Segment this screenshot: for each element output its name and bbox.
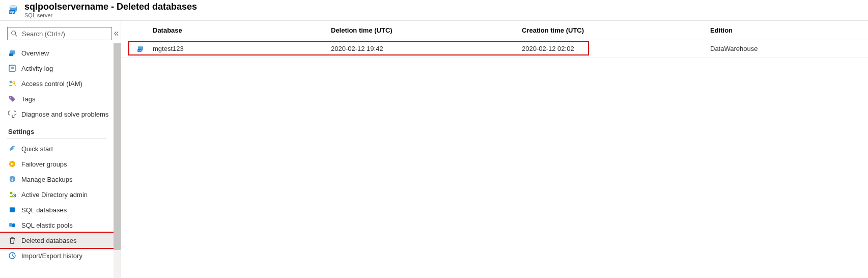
trash-icon xyxy=(8,236,16,244)
svg-point-1 xyxy=(10,6,17,8)
column-header-edition[interactable]: Edition xyxy=(710,26,861,34)
svg-point-18 xyxy=(10,192,13,194)
divider xyxy=(7,138,106,139)
sidebar-item-label: Manage Backups xyxy=(21,176,72,183)
sidebar-item-label: Active Directory admin xyxy=(21,191,88,199)
sidebar-item-deleted-databases[interactable]: Deleted databases xyxy=(0,233,114,248)
cell-edition: DataWarehouse xyxy=(710,45,861,52)
sql-server-icon xyxy=(8,49,16,57)
sidebar: Overview Activity log Access control (IA… xyxy=(0,21,121,278)
sidebar-item-import-export-history[interactable]: Import/Export history xyxy=(0,248,114,263)
access-control-icon xyxy=(8,79,16,88)
page-header: SQL sqlpoolservername - Deleted database… xyxy=(0,0,868,21)
sidebar-item-label: SQL databases xyxy=(21,206,67,214)
cell-creation-time: 2020-02-12 02:02 xyxy=(522,45,710,52)
sidebar-item-label: Diagnose and solve problems xyxy=(21,110,108,118)
page-subtitle: SQL server xyxy=(24,12,197,18)
sidebar-item-label: Failover groups xyxy=(21,160,67,168)
sidebar-item-sql-databases[interactable]: SQL databases xyxy=(0,202,114,217)
tags-icon xyxy=(8,95,16,103)
manage-backups-icon xyxy=(8,175,16,183)
sidebar-item-active-directory-admin[interactable]: Active Directory admin xyxy=(0,187,114,202)
sidebar-item-label: Quick start xyxy=(21,145,53,153)
sql-database-icon: SQL xyxy=(136,45,145,53)
svg-text:SQL: SQL xyxy=(9,11,15,14)
svg-rect-8 xyxy=(9,65,15,71)
sql-databases-icon xyxy=(8,206,16,214)
sidebar-item-label: SQL elastic pools xyxy=(21,221,73,229)
search-icon xyxy=(11,30,18,37)
main-content: Database Deletion time (UTC) Creation ti… xyxy=(121,21,868,278)
cell-database: mgtest123 xyxy=(153,45,331,52)
svg-point-11 xyxy=(10,81,12,84)
search-input[interactable] xyxy=(21,30,108,38)
svg-point-4 xyxy=(12,31,16,35)
active-directory-admin-icon xyxy=(8,190,16,199)
sidebar-section-settings: Settings xyxy=(0,122,114,137)
svg-text:SQL: SQL xyxy=(137,49,142,52)
sidebar-scrollbar-thumb[interactable] xyxy=(114,43,121,250)
svg-rect-7 xyxy=(9,53,13,56)
search-input-wrapper[interactable] xyxy=(7,27,112,40)
cell-deletion-time: 2020-02-12 19:42 xyxy=(331,45,522,52)
svg-point-20 xyxy=(14,195,15,196)
sidebar-item-tags[interactable]: Tags xyxy=(0,91,114,106)
failover-groups-icon xyxy=(8,160,16,168)
sidebar-item-activity-log[interactable]: Activity log xyxy=(0,61,114,76)
svg-line-5 xyxy=(15,35,17,37)
sidebar-item-failover-groups[interactable]: Failover groups xyxy=(0,156,114,172)
sidebar-item-label: Deleted databases xyxy=(21,237,76,244)
sql-server-icon: SQL xyxy=(7,4,19,16)
sidebar-item-diagnose[interactable]: Diagnose and solve problems xyxy=(0,106,114,122)
column-header-deletion-time[interactable]: Deletion time (UTC) xyxy=(331,26,522,34)
table-header: Database Deletion time (UTC) Creation ti… xyxy=(121,21,868,40)
column-header-creation-time[interactable]: Creation time (UTC) xyxy=(522,26,710,34)
table-row[interactable]: SQL mgtest123 2020-02-12 19:42 2020-02-1… xyxy=(121,40,868,58)
import-export-history-icon xyxy=(8,252,16,260)
sidebar-item-label: Access control (IAM) xyxy=(21,80,82,88)
sidebar-item-label: Tags xyxy=(21,95,35,103)
diagnose-icon xyxy=(8,110,16,118)
svg-point-15 xyxy=(13,147,14,148)
sidebar-item-access-control[interactable]: Access control (IAM) xyxy=(0,76,114,91)
svg-line-13 xyxy=(14,84,16,86)
sidebar-item-overview[interactable]: Overview xyxy=(0,45,114,61)
sql-elastic-pools-icon xyxy=(8,221,16,229)
collapse-sidebar-button[interactable] xyxy=(114,27,119,40)
sidebar-item-manage-backups[interactable]: Manage Backups xyxy=(0,172,114,187)
sidebar-scrollbar-track[interactable] xyxy=(114,43,121,278)
sidebar-item-label: Import/Export history xyxy=(21,252,82,260)
sidebar-item-sql-elastic-pools[interactable]: SQL elastic pools xyxy=(0,217,114,233)
page-title: sqlpoolservername - Deleted databases xyxy=(24,2,197,12)
sidebar-item-label: Overview xyxy=(21,49,49,57)
column-header-database[interactable]: Database xyxy=(153,26,331,34)
sidebar-item-quick-start[interactable]: Quick start xyxy=(0,141,114,156)
svg-point-12 xyxy=(13,81,15,84)
quick-start-icon xyxy=(8,145,16,153)
svg-point-14 xyxy=(10,97,11,98)
sidebar-item-label: Activity log xyxy=(21,65,53,72)
activity-log-icon xyxy=(8,64,16,72)
